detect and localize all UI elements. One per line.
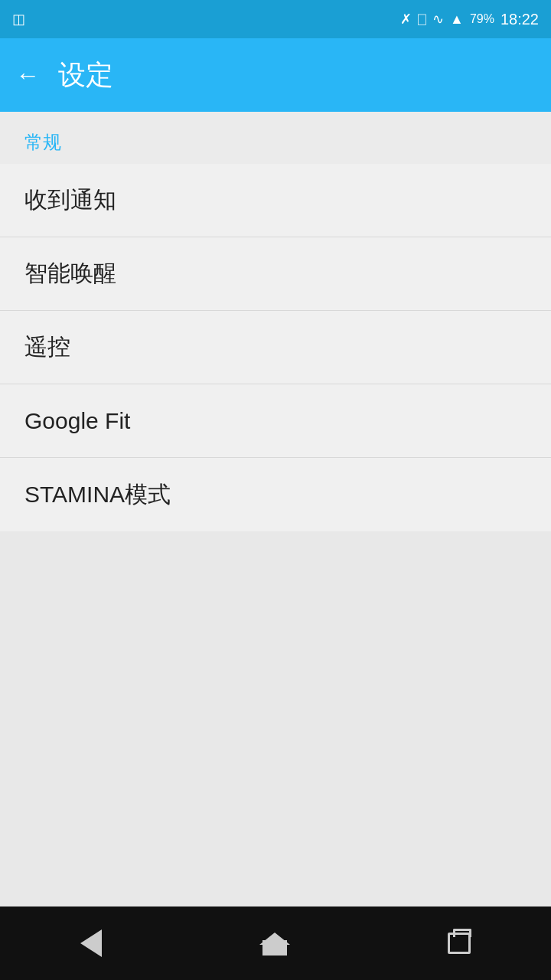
settings-item-smart-wake[interactable]: 智能唤醒 [0, 237, 551, 311]
settings-item-google-fit-label: Google Fit [24, 408, 130, 434]
settings-item-stamina-label: STAMINA模式 [24, 479, 171, 511]
image-icon: ◫ [12, 12, 25, 26]
status-bar: ◫ ✗ ⎕ ∿ ▲ 79% 18:22 [0, 0, 551, 38]
settings-item-smart-wake-label: 智能唤醒 [24, 258, 116, 289]
status-bar-right: ✗ ⎕ ∿ ▲ 79% 18:22 [400, 11, 539, 28]
settings-item-notification[interactable]: 收到通知 [0, 164, 551, 237]
battery-percent: 79% [470, 12, 494, 26]
section-header-general: 常规 [0, 112, 551, 164]
home-icon [262, 933, 287, 954]
nav-back-button[interactable] [80, 929, 102, 957]
bottom-nav [0, 906, 551, 980]
status-time: 18:22 [500, 11, 539, 28]
app-bar: ← 设定 [0, 38, 551, 112]
bluetooth-icon: ✗ [400, 12, 412, 26]
settings-item-remote-label: 遥控 [24, 332, 70, 363]
status-bar-left: ◫ [12, 12, 25, 26]
vibrate-icon: ⎕ [418, 12, 426, 26]
page-title: 设定 [58, 57, 113, 94]
settings-item-remote[interactable]: 遥控 [0, 311, 551, 384]
back-button[interactable]: ← [15, 63, 40, 87]
recents-icon [448, 933, 471, 954]
settings-item-stamina[interactable]: STAMINA模式 [0, 458, 551, 531]
settings-item-google-fit[interactable]: Google Fit [0, 384, 551, 458]
nav-recents-button[interactable] [448, 933, 471, 954]
settings-item-notification-label: 收到通知 [24, 185, 116, 216]
signal-icon: ▲ [450, 12, 464, 26]
section-title-general: 常规 [24, 132, 61, 152]
back-triangle-icon [80, 929, 102, 957]
battery-container: 79% [470, 12, 494, 26]
settings-content: 常规 收到通知 智能唤醒 遥控 Google Fit STAMINA模式 [0, 112, 551, 531]
wifi-icon: ∿ [432, 12, 444, 26]
nav-home-button[interactable] [262, 933, 287, 954]
